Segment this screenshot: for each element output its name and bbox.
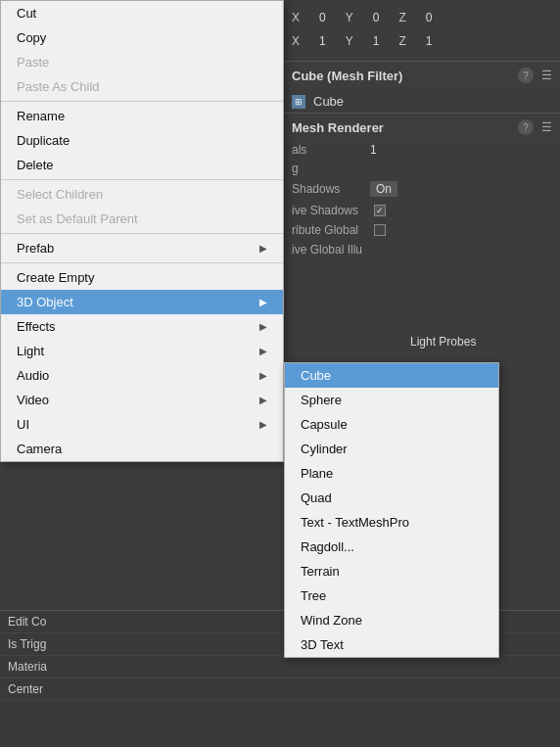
menu-item-label-prefab: Prefab: [17, 241, 54, 256]
cast-shadows-row: Shadows On: [284, 178, 560, 200]
materials-row: als 1: [284, 140, 560, 160]
mesh-renderer-section: Mesh Renderer ? ☰: [284, 113, 560, 141]
sub-item-label-capsule: Capsule: [301, 417, 348, 432]
menu-item-label-light: Light: [17, 344, 44, 358]
y1-value: 1: [373, 31, 380, 53]
sub-item-capsule[interactable]: Capsule: [285, 412, 498, 437]
menu-item-cut[interactable]: Cut: [1, 1, 283, 25]
x1-value: 1: [319, 31, 326, 53]
sub-item-label-sphere: Sphere: [301, 393, 342, 407]
submenu-arrow-light: ▶: [259, 346, 267, 356]
menu-item-rename[interactable]: Rename: [1, 104, 283, 128]
x-label: X: [292, 8, 300, 29]
menu-item-effects[interactable]: Effects▶: [1, 314, 283, 339]
submenu-arrow-3d-object: ▶: [259, 297, 267, 307]
mesh-filter-title: Cube (Mesh Filter): [292, 69, 510, 83]
sub-item-label-text-textmeshpro: Text - TextMeshPro: [301, 515, 409, 530]
menu-item-label-delete: Delete: [17, 158, 54, 172]
sub-item-label-cube: Cube: [301, 368, 331, 383]
sub-item-label-quad: Quad: [301, 490, 332, 505]
light-probes-text: Light Probes: [406, 333, 560, 350]
context-menu-sub: CubeSphereCapsuleCylinderPlaneQuadText -…: [284, 362, 499, 658]
menu-icon[interactable]: ☰: [541, 69, 552, 82]
z0-value: 0: [426, 8, 433, 29]
sub-item-text-textmeshpro[interactable]: Text - TextMeshPro: [285, 510, 498, 535]
inspector-coords: X 0 Y 0 Z 0 X 1 Y 1 Z 1: [284, 4, 560, 56]
menu-item-label-rename: Rename: [17, 109, 65, 123]
menu-item-set-default-parent: Set as Default Parent: [1, 207, 283, 231]
g-label: g: [292, 162, 370, 175]
sub-item-3d-text[interactable]: 3D Text: [285, 632, 498, 657]
materials-value: 1: [370, 143, 377, 157]
menu-item-label-cut: Cut: [17, 6, 36, 21]
menu-item-3d-object[interactable]: 3D Object▶: [1, 290, 283, 314]
menu-item-label-duplicate: Duplicate: [17, 133, 70, 148]
menu-item-light[interactable]: Light▶: [1, 339, 283, 363]
grid-icon: ⊞: [292, 95, 305, 109]
menu-separator: [1, 262, 283, 263]
menu-item-video[interactable]: Video▶: [1, 388, 283, 412]
menu-item-paste-as-child: Paste As Child: [1, 74, 283, 99]
menu-item-label-select-children: Select Children: [17, 187, 103, 202]
sub-item-label-terrain: Terrain: [301, 564, 340, 579]
sub-item-ragdoll[interactable]: Ragdoll...: [285, 535, 498, 559]
menu-item-ui[interactable]: UI▶: [1, 412, 283, 437]
sub-item-terrain[interactable]: Terrain: [285, 559, 498, 584]
menu-item-label-camera: Camera: [17, 442, 62, 456]
menu-item-create-empty[interactable]: Create Empty: [1, 265, 283, 290]
menu-item-label-copy: Copy: [17, 30, 46, 45]
sub-item-wind-zone[interactable]: Wind Zone: [285, 608, 498, 632]
receive-shadows-label: ive Shadows: [292, 204, 370, 217]
g-row: g: [284, 159, 560, 178]
menu-item-label-3d-object: 3D Object: [17, 295, 73, 309]
sub-item-sphere[interactable]: Sphere: [285, 388, 498, 412]
sub-item-tree[interactable]: Tree: [285, 584, 498, 608]
sub-item-cylinder[interactable]: Cylinder: [285, 437, 498, 461]
contribute-global-row: ribute Global: [284, 220, 560, 240]
help-icon-2[interactable]: ?: [518, 119, 534, 135]
materials-label: als: [292, 143, 370, 157]
cast-shadows-value: On: [370, 181, 397, 197]
submenu-arrow-prefab: ▶: [259, 243, 267, 254]
menu-item-delete[interactable]: Delete: [1, 153, 283, 177]
z1-value: 1: [426, 31, 433, 53]
center-label: Center: [8, 682, 43, 696]
x1-label: X: [292, 31, 300, 53]
menu-item-duplicate[interactable]: Duplicate: [1, 128, 283, 153]
sub-item-quad[interactable]: Quad: [285, 486, 498, 510]
submenu-arrow-effects: ▶: [259, 321, 267, 332]
z1-label: Z: [398, 31, 405, 53]
receive-gi-row: ive Global Illu: [284, 240, 560, 259]
edit-co-label: Edit Co: [8, 615, 46, 629]
center-row: Center: [0, 678, 560, 701]
menu-item-select-children: Select Children: [1, 182, 283, 207]
menu-separator: [1, 101, 283, 102]
sub-item-cube[interactable]: Cube: [285, 363, 498, 388]
menu-item-camera[interactable]: Camera: [1, 437, 283, 461]
mesh-renderer-title: Mesh Renderer: [292, 120, 510, 135]
contribute-checkbox[interactable]: [374, 224, 386, 236]
help-icon[interactable]: ?: [518, 68, 534, 83]
menu-item-audio[interactable]: Audio▶: [1, 363, 283, 388]
cast-shadows-label: Shadows: [292, 182, 370, 196]
menu-item-copy[interactable]: Copy: [1, 25, 283, 50]
is-trigg-label: Is Trigg: [8, 637, 46, 651]
menu-item-label-effects: Effects: [17, 319, 56, 334]
menu-item-prefab[interactable]: Prefab▶: [1, 236, 283, 260]
contribute-global-label: ribute Global: [292, 223, 370, 237]
menu-separator: [1, 233, 283, 234]
submenu-arrow-video: ▶: [259, 395, 267, 405]
menu-item-label-paste: Paste: [17, 55, 49, 70]
menu-item-label-ui: UI: [17, 417, 29, 432]
menu-item-label-video: Video: [17, 393, 49, 407]
menu-item-label-set-default-parent: Set as Default Parent: [17, 211, 138, 226]
sub-item-plane[interactable]: Plane: [285, 461, 498, 486]
menu-item-label-audio: Audio: [17, 368, 49, 383]
menu-icon-2[interactable]: ☰: [541, 120, 552, 134]
receive-shadows-checkbox[interactable]: ✓: [374, 205, 386, 216]
y-label: Y: [346, 8, 353, 29]
sub-item-label-plane: Plane: [301, 466, 333, 481]
menu-item-paste: Paste: [1, 50, 283, 74]
submenu-arrow-ui: ▶: [259, 419, 267, 430]
sub-item-label-wind-zone: Wind Zone: [301, 613, 362, 628]
